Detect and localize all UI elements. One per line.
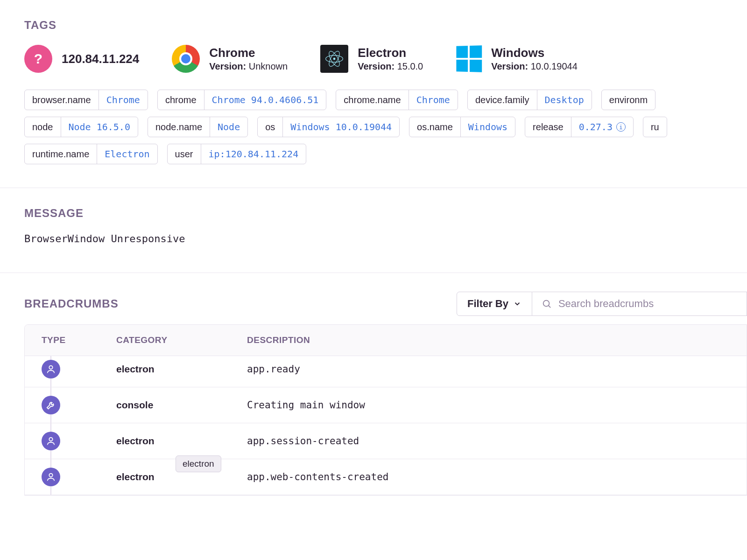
tag-pill[interactable]: release0.27.3i	[525, 117, 634, 137]
tag-pill[interactable]: chromeChrome 94.0.4606.51	[157, 90, 326, 110]
svg-point-6	[49, 366, 52, 369]
tag-pill[interactable]: browser.nameChrome	[24, 90, 148, 110]
tag-value: Chrome	[99, 90, 148, 110]
os-name: Windows	[491, 46, 578, 60]
tag-key: user	[168, 144, 201, 164]
filter-by-label: Filter By	[467, 298, 508, 310]
message-text: BrowserWindow Unresponsive	[24, 233, 747, 245]
tag-value: Chrome 94.0.4606.51	[204, 90, 326, 110]
tag-key: release	[525, 117, 571, 137]
tag-key: environm	[602, 90, 655, 110]
tag-pill[interactable]: environm	[601, 90, 655, 110]
col-description: DESCRIPTION	[247, 335, 730, 345]
breadcrumbs-heading: BREADCRUMBS	[24, 297, 119, 310]
tag-pill[interactable]: device.familyDesktop	[467, 90, 592, 110]
breadcrumb-category: console	[116, 399, 247, 411]
tag-value: Electron	[97, 144, 157, 164]
context-runtime[interactable]: Electron Version: 15.0.0	[320, 45, 423, 73]
breadcrumb-row[interactable]: electronapp.web-contents-createdelectron	[25, 459, 747, 495]
browser-version: Version: Unknown	[209, 61, 288, 72]
context-browser[interactable]: Chrome Version: Unknown	[172, 45, 288, 73]
tag-value: ip:120.84.11.224	[201, 144, 306, 164]
context-row: ? 120.84.11.224 Chrome Version: Unknown …	[24, 45, 747, 73]
tag-pill[interactable]: chrome.nameChrome	[336, 90, 458, 110]
chevron-down-icon	[513, 300, 521, 308]
breadcrumbs-search[interactable]	[532, 292, 747, 316]
svg-point-4	[543, 301, 550, 307]
tag-pill[interactable]: nodeNode 16.5.0	[24, 117, 138, 137]
context-ip[interactable]: ? 120.84.11.224	[24, 45, 139, 73]
tag-key: os.name	[409, 117, 460, 137]
breadcrumb-description: app.session-created	[247, 435, 730, 447]
breadcrumb-description: Creating main window	[247, 399, 730, 411]
breadcrumb-row[interactable]: electronapp.session-created	[25, 423, 747, 459]
tag-pill[interactable]: userip:120.84.11.224	[167, 144, 307, 164]
browser-name: Chrome	[209, 46, 288, 60]
electron-icon	[320, 45, 348, 73]
breadcrumb-category: electron	[116, 471, 247, 483]
tag-key: chrome	[158, 90, 204, 110]
tag-value: 0.27.3i	[571, 117, 633, 137]
svg-line-5	[549, 306, 550, 308]
os-version: Version: 10.0.19044	[491, 61, 578, 72]
tags-heading: TAGS	[24, 19, 747, 32]
breadcrumbs-search-input[interactable]	[558, 298, 737, 310]
tag-value: Desktop	[537, 90, 592, 110]
breadcrumbs-controls: Filter By	[457, 292, 747, 316]
tag-key: os	[258, 117, 282, 137]
filter-by-button[interactable]: Filter By	[457, 292, 532, 316]
tag-pill[interactable]: ru	[643, 117, 667, 137]
windows-icon	[457, 45, 482, 72]
chrome-icon	[172, 45, 200, 73]
unknown-icon: ?	[24, 45, 52, 73]
tooltip: electron	[176, 455, 221, 472]
tag-pill[interactable]: osWindows 10.0.19044	[257, 117, 400, 137]
runtime-name: Electron	[358, 46, 423, 60]
col-category: CATEGORY	[116, 335, 247, 345]
tag-key: device.family	[468, 90, 537, 110]
tag-key: ru	[643, 117, 667, 137]
svg-point-8	[49, 474, 52, 477]
breadcrumb-row[interactable]: electronapp.ready	[25, 356, 747, 387]
tag-value: Chrome	[409, 90, 458, 110]
wrench-icon	[42, 396, 60, 414]
breadcrumb-category: electron	[116, 364, 247, 375]
breadcrumb-category: electron	[116, 435, 247, 447]
user-icon	[42, 360, 60, 378]
svg-point-7	[49, 438, 52, 441]
breadcrumbs-header: TYPE CATEGORY DESCRIPTION	[25, 325, 747, 356]
svg-point-3	[333, 58, 335, 60]
runtime-version: Version: 15.0.0	[358, 61, 423, 72]
tag-value: Node	[210, 117, 247, 137]
col-type: TYPE	[42, 335, 116, 345]
user-icon	[42, 432, 60, 450]
info-icon[interactable]: i	[616, 122, 626, 132]
tags-list: browser.nameChromechromeChrome 94.0.4606…	[24, 90, 747, 164]
breadcrumb-description: app.ready	[247, 364, 730, 375]
breadcrumb-description: app.web-contents-created	[247, 471, 730, 483]
tag-key: browser.name	[25, 90, 99, 110]
search-icon	[542, 298, 552, 309]
tag-key: node	[25, 117, 61, 137]
ip-address: 120.84.11.224	[62, 52, 139, 66]
message-heading: MESSAGE	[24, 207, 747, 220]
context-os[interactable]: Windows Version: 10.0.19044	[456, 45, 578, 73]
tag-key: chrome.name	[336, 90, 408, 110]
breadcrumbs-table: TYPE CATEGORY DESCRIPTION electronapp.re…	[24, 324, 747, 496]
tag-value: Windows	[460, 117, 515, 137]
tag-value: Windows 10.0.19044	[282, 117, 399, 137]
section-divider	[0, 188, 747, 188]
tag-pill[interactable]: os.nameWindows	[409, 117, 515, 137]
tag-value: Node 16.5.0	[61, 117, 138, 137]
section-divider	[0, 273, 747, 273]
tag-key: node.name	[148, 117, 210, 137]
breadcrumb-row[interactable]: consoleCreating main window	[25, 387, 747, 423]
tag-key: runtime.name	[25, 144, 97, 164]
tag-pill[interactable]: node.nameNode	[148, 117, 248, 137]
user-icon	[42, 468, 60, 486]
tag-pill[interactable]: runtime.nameElectron	[24, 144, 158, 164]
